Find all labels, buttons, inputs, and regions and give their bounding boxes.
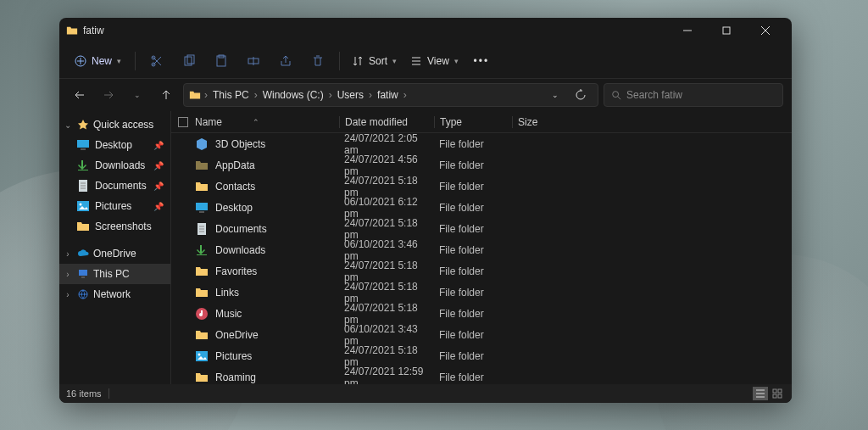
details-icon — [755, 388, 765, 399]
column-name[interactable]: Name ⌃ — [178, 116, 339, 128]
back-button[interactable] — [68, 83, 92, 107]
svg-rect-29 — [778, 394, 782, 398]
file-name: Favorites — [215, 265, 257, 277]
scissors-icon — [150, 54, 164, 68]
status-bar: 16 items — [59, 384, 792, 403]
file-row[interactable]: OneDrive06/10/2021 3:43 pmFile folder — [171, 324, 792, 345]
file-row[interactable]: Pictures24/07/2021 5:18 pmFile folder — [171, 345, 792, 366]
address-bar-row: ⌄ › This PC › Windows (C:) › Users › fat… — [59, 79, 792, 111]
file-row[interactable]: Music24/07/2021 5:18 pmFile folder — [171, 303, 792, 324]
ellipsis-icon: ••• — [474, 55, 490, 67]
minimize-button[interactable] — [668, 18, 707, 43]
column-size[interactable]: Size — [512, 116, 563, 128]
file-name: 3D Objects — [215, 138, 265, 150]
select-all-checkbox[interactable] — [178, 117, 188, 127]
nav-network[interactable]: › Network — [59, 284, 170, 304]
search-input[interactable]: Search fatiw — [604, 83, 783, 107]
toolbar: New ▾ Sort ▾ View ▾ ••• — [59, 43, 792, 79]
sort-icon — [352, 55, 364, 67]
file-type: File folder — [434, 202, 512, 214]
file-row[interactable]: Favorites24/07/2021 5:18 pmFile folder — [171, 260, 792, 282]
nav-onedrive[interactable]: › OneDrive — [59, 243, 170, 264]
explorer-window: fatiw New ▾ Sort ▾ View ▾ ••• — [59, 18, 792, 403]
svg-rect-24 — [196, 351, 208, 361]
svg-rect-28 — [773, 394, 776, 398]
nav-item[interactable]: Documents📌 — [59, 176, 170, 196]
up-button[interactable] — [154, 83, 178, 107]
file-row[interactable]: Downloads06/10/2021 3:46 pmFile folder — [171, 239, 792, 260]
more-button[interactable]: ••• — [467, 48, 496, 74]
file-name: Links — [215, 287, 239, 299]
thumbnails-view-toggle[interactable] — [770, 387, 785, 400]
file-type: File folder — [434, 265, 512, 277]
svg-point-9 — [613, 92, 619, 98]
folder-icon — [195, 328, 209, 342]
file-row[interactable]: Desktop06/10/2021 6:12 pmFile folder — [171, 197, 792, 218]
column-type[interactable]: Type — [434, 116, 512, 128]
file-row[interactable]: Roaming24/07/2021 12:59 pmFile folder — [171, 366, 792, 384]
view-icon — [410, 55, 422, 67]
file-type: File folder — [434, 308, 512, 320]
address-bar[interactable]: › This PC › Windows (C:) › Users › fatiw… — [183, 83, 598, 107]
close-button[interactable] — [746, 18, 785, 43]
chevron-down-icon: ⌄ — [552, 91, 559, 99]
file-row[interactable]: AppData24/07/2021 4:56 pmFile folder — [171, 154, 792, 176]
file-date: 24/07/2021 4:56 pm — [339, 154, 434, 177]
nav-item-label: Pictures — [95, 200, 131, 212]
arrow-up-icon — [160, 89, 172, 101]
file-row[interactable]: Links24/07/2021 5:18 pmFile folder — [171, 282, 792, 303]
breadcrumb[interactable]: Users — [336, 89, 365, 101]
file-date: 06/10/2021 3:43 pm — [339, 323, 434, 347]
breadcrumb[interactable]: fatiw — [376, 89, 400, 101]
copy-button[interactable] — [175, 48, 203, 74]
recent-button[interactable]: ⌄ — [125, 83, 149, 107]
nav-item[interactable]: Pictures📌 — [59, 196, 170, 216]
file-row[interactable]: 3D Objects24/07/2021 2:05 amFile folder — [171, 133, 792, 154]
file-date: 24/07/2021 5:18 pm — [339, 217, 434, 241]
folder-icon — [195, 180, 209, 193]
download-icon — [76, 159, 90, 172]
file-row[interactable]: Documents24/07/2021 5:18 pmFile folder — [171, 218, 792, 239]
new-button[interactable]: New ▾ — [68, 52, 128, 70]
file-name: Downloads — [215, 244, 265, 256]
cube-icon — [195, 137, 209, 151]
rename-button[interactable] — [239, 48, 268, 74]
delete-button[interactable] — [303, 48, 332, 74]
cut-button[interactable] — [142, 48, 171, 74]
breadcrumb[interactable]: Windows (C:) — [261, 89, 326, 101]
nav-item[interactable]: Downloads📌 — [59, 155, 170, 176]
breadcrumb[interactable]: This PC — [211, 89, 251, 101]
file-type: File folder — [434, 244, 512, 256]
svg-rect-12 — [78, 170, 88, 170]
file-row[interactable]: Contacts24/07/2021 5:18 pmFile folder — [171, 176, 792, 197]
nav-this-pc[interactable]: › This PC — [59, 264, 170, 284]
nav-item[interactable]: Desktop📌 — [59, 135, 170, 155]
nav-quick-access[interactable]: ⌄ Quick access — [59, 114, 170, 135]
refresh-button[interactable] — [569, 83, 593, 107]
file-name: Desktop — [215, 202, 253, 214]
view-button[interactable]: View ▾ — [405, 52, 464, 70]
file-name: Pictures — [215, 350, 252, 362]
paste-button[interactable] — [207, 48, 236, 74]
pin-icon: 📌 — [153, 141, 164, 150]
chevron-down-icon: ▾ — [454, 57, 459, 65]
item-count: 16 items — [66, 388, 102, 399]
maximize-button[interactable] — [707, 18, 746, 43]
sort-button[interactable]: Sort ▾ — [347, 52, 402, 70]
titlebar[interactable]: fatiw — [59, 18, 792, 43]
nav-item-label: Documents — [95, 180, 147, 192]
share-button[interactable] — [271, 48, 300, 74]
svg-rect-19 — [196, 203, 208, 210]
document-icon — [195, 222, 209, 236]
folder-icon — [76, 220, 90, 233]
details-view-toggle[interactable] — [753, 387, 768, 400]
nav-item[interactable]: Screenshots — [59, 216, 170, 237]
file-name: Contacts — [215, 181, 255, 193]
chevron-down-icon: ▾ — [392, 57, 397, 65]
column-date[interactable]: Date modified — [339, 116, 434, 128]
address-dropdown[interactable]: ⌄ — [543, 83, 567, 107]
forward-button[interactable] — [97, 83, 120, 107]
pin-icon: 📌 — [153, 202, 164, 211]
file-date: 24/07/2021 5:18 pm — [339, 260, 434, 283]
file-type: File folder — [434, 181, 512, 193]
